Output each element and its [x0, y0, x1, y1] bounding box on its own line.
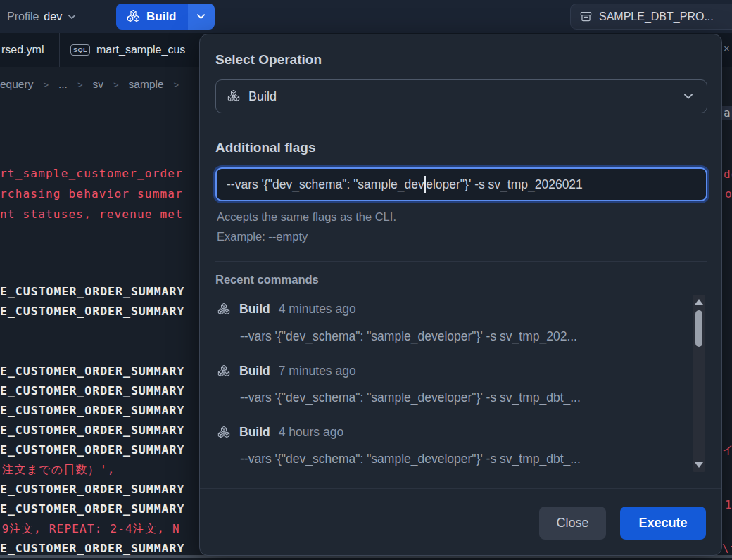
flags-label: Additional flags — [215, 140, 316, 155]
chevron-down-icon — [196, 11, 206, 22]
code-line: E_CUSTOMER_ORDER_SUMMARY — [0, 285, 184, 298]
breadcrumb-segment[interactable]: sample — [129, 78, 164, 91]
build-button[interactable]: Build — [116, 4, 188, 30]
app-window: Profile dev Build SAMPLE_DBT_PRO... rsed… — [0, 0, 732, 560]
operation-select-value: Build — [248, 89, 277, 104]
recent-command-time: 4 hours ago — [279, 425, 343, 440]
recent-command-time: 7 minutes ago — [279, 364, 356, 378]
code-fragment: 1 — [725, 498, 732, 511]
scroll-up-arrow-icon[interactable] — [695, 299, 703, 305]
code-line: E_CUSTOMER_ORDER_SUMMARY — [0, 502, 184, 516]
dbt-cubes-icon — [217, 426, 231, 440]
tab-mart-sample-customer[interactable]: SQL mart_sample_cus — [61, 33, 185, 67]
breadcrumb-segment[interactable]: sv — [93, 78, 104, 91]
recent-command-label: Build — [239, 364, 270, 378]
code-line: E_CUSTOMER_ORDER_SUMMARY — [0, 483, 184, 496]
breadcrumb[interactable]: equery > ... > sv > sample > — [0, 78, 179, 91]
tab-rsed-yml[interactable]: rsed.yml — [0, 33, 60, 67]
tab-close-icon[interactable]: × — [724, 42, 730, 54]
recent-commands-scrollbar[interactable] — [693, 295, 705, 472]
code-line: E_CUSTOMER_ORDER_SUMMARY — [0, 364, 184, 378]
recent-commands-title: Recent commands — [215, 273, 319, 286]
code-fragment: イ — [722, 443, 732, 458]
code-line: rt_sample_customer_order — [0, 167, 183, 180]
flags-input-text-after-cursor: eloper"}' -s sv_tmp_2026021 — [426, 177, 583, 192]
dbt-cubes-icon — [217, 364, 231, 378]
build-dropdown-toggle[interactable] — [188, 4, 215, 30]
code-line: （注文までの日数）', — [0, 463, 115, 478]
dbt-cubes-icon — [217, 303, 231, 317]
profile-selector[interactable]: Profile dev — [7, 0, 77, 33]
chevron-down-icon — [683, 91, 694, 102]
code-line: E_CUSTOMER_ORDER_SUMMARY — [0, 384, 184, 397]
code-line: E_CUSTOMER_ORDER_SUMMARY — [0, 404, 184, 417]
recent-command-text[interactable]: --vars '{"dev_schema": "sample_developer… — [240, 452, 690, 466]
project-box-icon — [579, 10, 593, 23]
scroll-down-arrow-icon[interactable] — [695, 462, 703, 468]
sql-file-icon: SQL — [70, 44, 90, 56]
code-fragment: \i — [722, 542, 732, 555]
tab-label: rsed.yml — [1, 44, 44, 56]
execute-button[interactable]: Execute — [620, 507, 706, 540]
code-line: E_CUSTOMER_ORDER_SUMMARY — [0, 424, 184, 437]
project-selector-button[interactable]: SAMPLE_DBT_PRO... — [570, 4, 732, 30]
recent-command-text[interactable]: --vars '{"dev_schema": "sample_developer… — [240, 329, 690, 344]
chevron-down-icon — [67, 12, 77, 22]
recent-command-item[interactable]: Build 4 hours ago — [217, 425, 343, 440]
build-button-label: Build — [146, 10, 177, 24]
profile-value: dev — [44, 11, 62, 23]
breadcrumb-segment[interactable]: ... — [58, 78, 68, 91]
breadcrumb-separator: > — [77, 79, 83, 90]
code-fragment: de — [724, 167, 732, 181]
flags-helper-text: Accepts the same flags as the CLI. — [217, 210, 396, 224]
close-button[interactable]: Close — [539, 507, 606, 540]
dbt-cubes-icon — [227, 89, 241, 103]
dialog-title: Select Operation — [215, 52, 322, 68]
footer-divider — [200, 488, 721, 489]
flags-input[interactable]: --vars '{"dev_schema": "sample_developer… — [215, 167, 707, 201]
divider — [215, 261, 707, 262]
breadcrumb-segment[interactable]: equery — [0, 78, 33, 91]
breadcrumb-separator: > — [113, 79, 119, 90]
recent-command-item[interactable]: Build 4 minutes ago — [217, 302, 356, 317]
code-line: -9注文, REPEAT: 2-4注文, N — [0, 522, 180, 537]
recent-command-time: 4 minutes ago — [279, 302, 356, 317]
code-line: E_CUSTOMER_ORDER_SUMMARY — [0, 542, 184, 555]
project-name: SAMPLE_DBT_PRO... — [599, 11, 714, 23]
build-split-button: Build — [116, 4, 215, 30]
code-line: rchasing behavior summar — [0, 187, 183, 201]
code-line: nt statuses, revenue met — [0, 208, 183, 221]
dbt-cubes-icon — [126, 9, 141, 24]
code-fragment: o — [725, 187, 732, 201]
select-operation-dialog: Select Operation Build Additional flags … — [199, 34, 722, 556]
top-bar: Profile dev Build SAMPLE_DBT_PRO... — [0, 0, 732, 33]
breadcrumb-separator: > — [174, 79, 179, 90]
code-fragment-selected: ar — [722, 106, 732, 120]
recent-command-label: Build — [239, 425, 270, 440]
tab-label: mart_sample_cus — [96, 44, 185, 56]
breadcrumb-separator: > — [43, 79, 49, 90]
flags-example-text: Example: --empty — [217, 230, 308, 243]
operation-select[interactable]: Build — [215, 79, 707, 113]
profile-label: Profile — [7, 11, 39, 23]
recent-command-item[interactable]: Build 7 minutes ago — [217, 364, 356, 378]
recent-command-label: Build — [239, 302, 270, 317]
recent-command-text[interactable]: --vars '{"dev_schema": "sample_developer… — [240, 390, 690, 405]
code-line: E_CUSTOMER_ORDER_SUMMARY — [0, 305, 184, 318]
scrollbar-thumb[interactable] — [695, 310, 702, 347]
flags-input-text-before-cursor: --vars '{"dev_schema": "sample_dev — [227, 177, 424, 192]
code-line: E_CUSTOMER_ORDER_SUMMARY — [0, 443, 184, 457]
